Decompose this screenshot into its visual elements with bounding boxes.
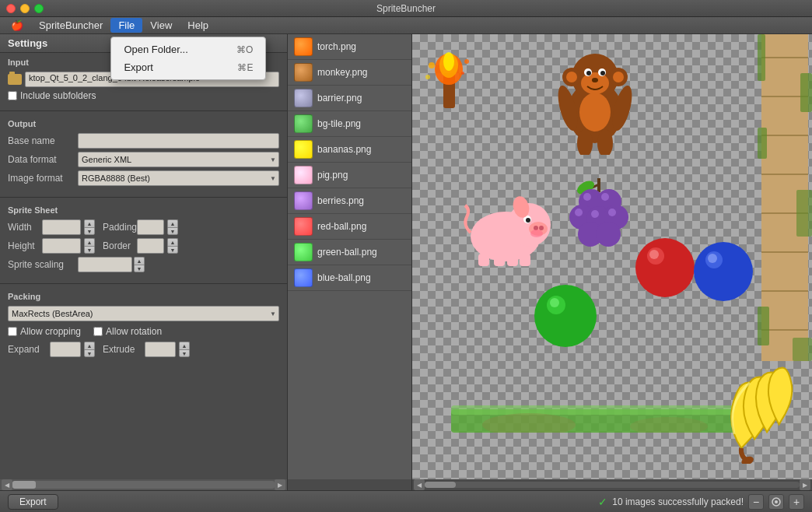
open-folder-shortcut: ⌘O <box>236 44 253 55</box>
height-input[interactable]: 512 <box>42 238 81 254</box>
zoom-out-button[interactable]: − <box>748 494 764 510</box>
file-item-barrier[interactable]: barrier.png <box>288 86 411 111</box>
allow-cropping-label: Allow cropping <box>20 326 81 337</box>
svg-point-83 <box>775 500 778 503</box>
file-item-pig[interactable]: pig.png <box>288 163 411 188</box>
export-button[interactable]: Export <box>8 494 58 510</box>
sprite-berries <box>556 170 642 256</box>
sprite-monkey <box>552 38 638 155</box>
extrude-up-arrow[interactable]: ▲ <box>179 342 190 349</box>
left-panel-scrollbar[interactable]: ◀ ▶ <box>0 479 287 490</box>
export-label: Export <box>124 61 153 73</box>
padding-down-arrow[interactable]: ▼ <box>167 227 178 235</box>
border-down-arrow[interactable]: ▼ <box>167 246 178 254</box>
svg-point-76 <box>708 254 717 263</box>
data-format-row: Data format Generic XML JSON CSS Cocos2D <box>8 152 279 167</box>
file-icon-redball <box>294 217 313 236</box>
include-subfolders-checkbox[interactable] <box>8 91 17 100</box>
divider-3 <box>0 283 287 284</box>
scaling-input[interactable]: 1.000 <box>78 257 132 272</box>
svg-point-3 <box>443 52 454 71</box>
file-item-blueball[interactable]: blue-ball.png <box>288 265 411 291</box>
data-format-select[interactable]: Generic XML JSON CSS Cocos2D <box>78 152 279 167</box>
expand-down-arrow[interactable]: ▼ <box>84 349 95 357</box>
base-name-row: Base name sheet <box>8 133 279 149</box>
preview-container: ◀ ▶ <box>412 34 812 490</box>
file-item-redball[interactable]: red-ball.png <box>288 214 411 240</box>
padding-input[interactable]: 2 <box>137 219 164 235</box>
file-list-hscrollbar <box>288 479 411 490</box>
expand-up-arrow[interactable]: ▲ <box>84 342 95 349</box>
scroll-right-arrow[interactable]: ▶ <box>275 479 285 490</box>
extrude-down-arrow[interactable]: ▼ <box>179 349 190 357</box>
file-item-bananas[interactable]: bananas.png <box>288 137 411 163</box>
svg-point-71 <box>635 238 695 297</box>
width-input[interactable]: 512 <box>42 219 81 235</box>
sprite-redball <box>634 237 696 299</box>
height-up-arrow[interactable]: ▲ <box>84 238 95 246</box>
data-format-label: Data format <box>8 154 78 165</box>
svg-rect-35 <box>800 73 812 112</box>
svg-point-10 <box>581 72 609 94</box>
file-item-torch[interactable]: torch.png <box>288 34 411 60</box>
scrollbar-thumb[interactable] <box>12 481 36 489</box>
width-down-arrow[interactable]: ▼ <box>84 227 95 235</box>
extrude-input[interactable]: 0 <box>145 342 176 357</box>
file-icon-bgtile <box>294 114 313 133</box>
file-name-monkey: monkey.png <box>317 67 367 78</box>
width-group: Width 512 ▲ ▼ <box>8 219 95 235</box>
packing-section: Packing MaxRects (BestArea) MaxRects (Be… <box>0 287 287 362</box>
svg-rect-38 <box>758 307 769 345</box>
menu-spritebuncher[interactable]: SpriteBuncher <box>31 18 110 33</box>
zoom-reset-button[interactable] <box>768 494 784 510</box>
base-name-input[interactable]: sheet <box>78 133 279 149</box>
expand-input[interactable]: 0 <box>50 342 81 357</box>
packing-algorithm-select[interactable]: MaxRects (BestArea) MaxRects (BestShortS… <box>8 306 279 321</box>
menu-file[interactable]: File <box>110 18 142 33</box>
menu-view[interactable]: View <box>142 18 180 33</box>
padding-up-arrow[interactable]: ▲ <box>167 219 178 227</box>
divider-2 <box>0 197 287 198</box>
zoom-in-button[interactable]: + <box>789 494 804 510</box>
file-name-pig: pig.png <box>317 170 348 181</box>
output-section-label: Output <box>8 119 279 128</box>
width-padding-row: Width 512 ▲ ▼ Padding 2 ▲ ▼ <box>8 219 279 235</box>
svg-point-65 <box>575 209 583 216</box>
data-format-wrapper: Generic XML JSON CSS Cocos2D <box>78 152 279 167</box>
allow-rotation-checkbox[interactable] <box>93 327 103 336</box>
extrude-arrows: ▲ ▼ <box>179 342 190 357</box>
file-name-greenball: green-ball.png <box>317 247 377 258</box>
allow-cropping-checkbox[interactable] <box>8 327 17 336</box>
width-up-arrow[interactable]: ▲ <box>84 219 95 227</box>
preview-scroll-left[interactable]: ◀ <box>414 479 425 490</box>
file-menu-container: File Open Folder... ⌘O Export ⌘E <box>110 19 142 31</box>
apple-menu[interactable]: 🍎 <box>3 18 31 33</box>
file-dropdown: Open Folder... ⌘O Export ⌘E <box>110 37 266 80</box>
svg-point-44 <box>539 226 544 230</box>
close-button[interactable] <box>6 4 16 13</box>
scroll-left-arrow[interactable]: ◀ <box>2 479 12 490</box>
height-down-arrow[interactable]: ▼ <box>84 246 95 254</box>
svg-point-68 <box>534 285 597 347</box>
border-input[interactable]: 2 <box>137 238 164 254</box>
border-up-arrow[interactable]: ▲ <box>167 238 178 246</box>
scaling-down-arrow[interactable]: ▼ <box>134 265 145 272</box>
file-item-berries[interactable]: berries.png <box>288 188 411 214</box>
file-item-greenball[interactable]: green-ball.png <box>288 240 411 265</box>
maximize-button[interactable] <box>34 4 44 13</box>
minimize-button[interactable] <box>20 4 30 13</box>
scaling-up-arrow[interactable]: ▲ <box>134 257 145 265</box>
padding-label: Padding <box>103 222 134 233</box>
preview-scrollbar-horizontal[interactable]: ◀ ▶ <box>412 479 812 490</box>
preview-scroll-right[interactable]: ▶ <box>800 479 810 490</box>
file-name-redball: red-ball.png <box>317 221 366 232</box>
divider-1 <box>0 110 287 111</box>
allow-rotation-row: Allow rotation <box>93 326 162 337</box>
preview-thumb[interactable] <box>425 482 456 488</box>
open-folder-menu-item[interactable]: Open Folder... ⌘O <box>111 40 265 58</box>
file-item-monkey[interactable]: monkey.png <box>288 60 411 86</box>
image-format-select[interactable]: RGBA8888 (Best) RGBA4444 RGB888 ALPHA8 <box>78 170 279 186</box>
export-menu-item[interactable]: Export ⌘E <box>111 58 265 76</box>
menu-help[interactable]: Help <box>180 18 216 33</box>
file-item-bgtile[interactable]: bg-tile.png <box>288 111 411 137</box>
